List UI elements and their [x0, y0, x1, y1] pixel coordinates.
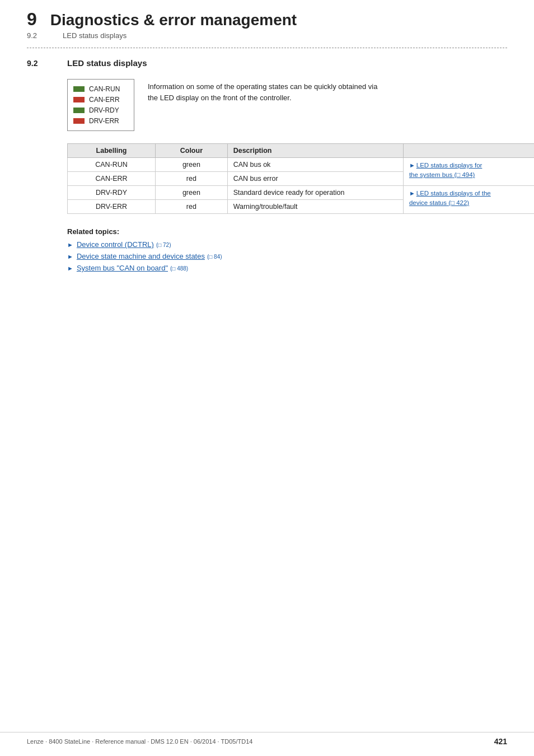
arrow-icon: ► — [409, 190, 415, 197]
table-header-row: Labelling Colour Description — [68, 144, 535, 158]
led-indicator-can-err — [73, 97, 85, 102]
col-header-link — [403, 144, 534, 158]
led-indicator-can-run — [73, 86, 85, 92]
led-table: Labelling Colour Description CAN-RUN gre… — [67, 143, 534, 214]
page-ref-3: (□ 488) — [170, 265, 188, 272]
page-ref-1: (□ 72) — [156, 242, 171, 248]
related-link-state-machine[interactable]: Device state machine and device states — [77, 252, 205, 260]
cell-colour-drv-rdy: green — [156, 186, 228, 200]
cell-desc-drv-rdy: Standard device ready for operation — [227, 186, 403, 200]
led-label-drv-rdy: DRV-RDY — [89, 106, 119, 114]
related-topics-section: Related topics: ► Device control (DCTRL)… — [67, 227, 507, 272]
section-heading: 9.2 LED status displays — [27, 58, 507, 68]
col-header-colour: Colour — [156, 144, 228, 158]
related-item-1: ► Device control (DCTRL) (□ 72) — [67, 240, 507, 249]
main-content: 9.2 LED status displays CAN-RUN CAN-ERR … — [0, 58, 534, 272]
table-row: DRV-RDY green Standard device ready for … — [68, 186, 535, 200]
led-indicator-drv-rdy — [73, 108, 85, 113]
section-title: LED status displays — [67, 58, 147, 68]
page-header: 9 Diagnostics & error management — [0, 0, 534, 29]
cell-colour-drv-err: red — [156, 200, 228, 214]
cell-link-system-bus[interactable]: ►LED status displays forthe system bus (… — [403, 158, 534, 186]
led-label-drv-err: DRV-ERR — [89, 117, 119, 125]
cell-labelling-drv-rdy: DRV-RDY — [68, 186, 156, 200]
page-footer: Lenze · 8400 StateLine · Reference manua… — [0, 732, 534, 746]
led-row-drv-rdy: DRV-RDY — [73, 106, 125, 114]
related-item-3: ► System bus "CAN on board" (□ 488) — [67, 264, 507, 272]
related-topics-title: Related topics: — [67, 227, 507, 236]
intro-text: Information on some of the operating sta… — [148, 79, 388, 103]
subheader: 9.2 LED status displays — [0, 29, 534, 40]
related-link-device-control[interactable]: Device control (DCTRL) — [77, 240, 154, 249]
section-divider — [27, 48, 507, 48]
cell-link-device-status[interactable]: ►LED status displays of thedevice status… — [403, 186, 534, 214]
chapter-title: Diagnostics & error management — [50, 11, 297, 29]
cell-labelling-can-err: CAN-ERR — [68, 172, 156, 186]
page-number: 421 — [494, 737, 507, 746]
chapter-number: 9 — [27, 10, 37, 28]
led-intro-block: CAN-RUN CAN-ERR DRV-RDY DRV-ERR Informat… — [67, 79, 507, 131]
sub-title-header: LED status displays — [63, 31, 127, 40]
arrow-icon: ► — [67, 265, 73, 272]
led-label-can-err: CAN-ERR — [89, 96, 120, 104]
led-row-can-err: CAN-ERR — [73, 96, 125, 104]
related-item-2: ► Device state machine and device states… — [67, 252, 507, 260]
arrow-icon: ► — [67, 253, 73, 260]
led-indicator-drv-err — [73, 118, 85, 124]
led-row-can-run: CAN-RUN — [73, 85, 125, 93]
sub-number: 9.2 — [27, 31, 49, 40]
arrow-icon: ► — [409, 162, 415, 169]
cell-labelling-can-run: CAN-RUN — [68, 158, 156, 172]
link-led-device-status[interactable]: LED status displays of thedevice status … — [409, 190, 491, 206]
cell-colour-can-run: green — [156, 158, 228, 172]
cell-desc-drv-err: Warning/trouble/fault — [227, 200, 403, 214]
arrow-icon: ► — [67, 241, 73, 248]
col-header-labelling: Labelling — [68, 144, 156, 158]
cell-colour-can-err: red — [156, 172, 228, 186]
led-label-can-run: CAN-RUN — [89, 85, 120, 93]
link-led-system-bus[interactable]: LED status displays forthe system bus (□… — [409, 162, 483, 178]
page-ref-2: (□ 84) — [207, 254, 222, 260]
col-header-description: Description — [227, 144, 403, 158]
led-box: CAN-RUN CAN-ERR DRV-RDY DRV-ERR — [67, 79, 134, 131]
related-link-system-bus[interactable]: System bus "CAN on board" — [77, 264, 168, 272]
cell-desc-can-run: CAN bus ok — [227, 158, 403, 172]
footer-text: Lenze · 8400 StateLine · Reference manua… — [27, 738, 252, 745]
cell-labelling-drv-err: DRV-ERR — [68, 200, 156, 214]
table-row: CAN-RUN green CAN bus ok ►LED status dis… — [68, 158, 535, 172]
section-number: 9.2 — [27, 59, 54, 68]
cell-desc-can-err: CAN bus error — [227, 172, 403, 186]
led-row-drv-err: DRV-ERR — [73, 117, 125, 125]
